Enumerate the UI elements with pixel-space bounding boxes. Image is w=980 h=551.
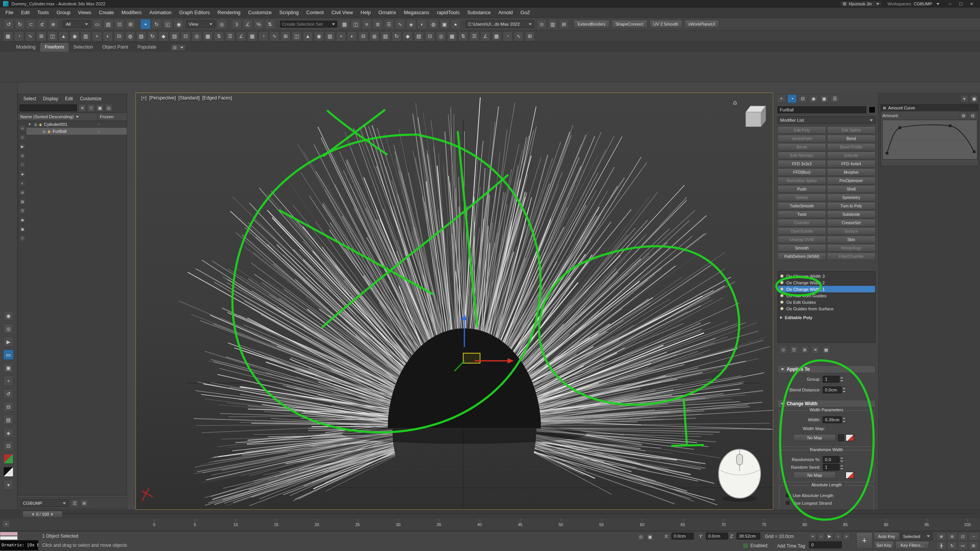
enabled-checkbox[interactable]	[743, 543, 748, 548]
plugin-tool-12-icon[interactable]: ◍	[125, 31, 135, 41]
dock-collapse-icon[interactable]: ▾	[960, 95, 968, 103]
key-selection-dropdown[interactable]: Selected	[900, 532, 933, 540]
ribbon-tab[interactable]: Freeform	[40, 43, 69, 52]
set-key-button[interactable]: Set Key	[874, 541, 894, 549]
randomize-pct-field[interactable]: 0.0	[823, 456, 840, 463]
width-field[interactable]: 0.39cm	[823, 416, 842, 423]
ornatrix-tool-12-icon[interactable]: ■	[3, 454, 13, 464]
plugin-tool-15-icon[interactable]: ◆	[158, 31, 168, 41]
object-name-field[interactable]: FurBall	[777, 106, 866, 113]
visibility-eye-icon[interactable]: ◎	[34, 122, 38, 127]
modifier-button[interactable]: Retopology	[827, 244, 875, 252]
plugin-tool-44-icon[interactable]: ∠	[480, 31, 490, 41]
maxscript-listener-output[interactable]: Ornatrix: [Ox E	[0, 540, 38, 550]
explorer-menu-item[interactable]: Customize	[77, 96, 105, 101]
motion-tab-icon[interactable]: ◉	[809, 95, 818, 103]
ribbon-tab[interactable]: Selection	[69, 43, 97, 52]
named-selection-set-field[interactable]	[280, 21, 337, 28]
project-path-dropdown[interactable]: C:\Users\UI...ds Max 2022	[466, 20, 534, 28]
modifier-button[interactable]: Morpher	[827, 168, 875, 176]
mini-curve-editor-button[interactable]: »	[2, 520, 10, 528]
display-filter-4-icon[interactable]: ⊙	[19, 152, 26, 159]
render-setup-icon[interactable]: ◍	[428, 19, 438, 29]
time-slider-handle[interactable]: 0 / 100	[23, 511, 62, 518]
ornatrix-tool-1-icon[interactable]: ◉	[3, 311, 13, 321]
material-editor-icon[interactable]: ◐	[417, 19, 427, 29]
go-to-end-icon[interactable]: »	[843, 532, 850, 540]
named-selection-set-input[interactable]	[282, 22, 330, 26]
edit-named-selections-icon[interactable]: ▦	[340, 19, 350, 29]
rollout-applies-to[interactable]: Applies To	[777, 365, 875, 373]
ornatrix-tool-5-icon[interactable]: ▣	[3, 363, 13, 373]
filter-combinations-icon[interactable]: ▽	[87, 104, 95, 112]
zoom-extents-icon[interactable]: ⊡	[958, 532, 968, 541]
modifier-button[interactable]: Unwrap UVW	[777, 236, 826, 243]
plugin-tool-24-icon[interactable]: ◔	[258, 31, 268, 41]
minimize-button[interactable]: ─	[945, 0, 956, 7]
viewport-label-segment[interactable]: [Perspective]	[149, 95, 176, 101]
redo-icon[interactable]: ↻	[15, 19, 25, 29]
menu-item[interactable]: Megascans	[400, 8, 433, 18]
modifier-stack-item[interactable]: Ox Guides from Surface	[778, 305, 875, 312]
clear-search-icon[interactable]: ✕	[78, 104, 86, 112]
hierarchy-tab-icon[interactable]: ⊟	[798, 95, 807, 103]
script-button[interactable]: ExtendBorders	[574, 20, 609, 28]
display-tab-icon[interactable]: ▣	[820, 95, 829, 103]
display-filter-11-icon[interactable]: ◉	[19, 217, 26, 223]
zoom-icon[interactable]: ⊕	[936, 532, 946, 541]
modifier-stack-item[interactable]: Ox Change Width 2	[778, 279, 875, 286]
expand-icon[interactable]	[780, 316, 782, 319]
menu-item[interactable]: Views	[74, 8, 95, 18]
modifier-visibility-icon[interactable]	[780, 281, 784, 284]
modifier-button[interactable]: Sweep	[777, 194, 826, 201]
ornatrix-tool-8-icon[interactable]: ⊟	[3, 402, 13, 412]
next-frame-icon[interactable]: ›	[834, 532, 842, 540]
next-frame-arrow-icon[interactable]	[51, 513, 53, 516]
plugin-tool-14-icon[interactable]: ↻	[147, 31, 157, 41]
maximize-viewport-icon[interactable]: ⊞	[969, 541, 978, 550]
snaps-toggle-icon[interactable]: 3	[232, 19, 242, 29]
close-button[interactable]: ✕	[966, 0, 977, 7]
ornatrix-tool-6-icon[interactable]: +	[3, 376, 13, 386]
modifier-button[interactable]: PathDeform (WSM)	[777, 253, 826, 260]
plugin-tool-29-icon[interactable]: ◉	[314, 31, 324, 41]
plugin-tool-1-icon[interactable]: ▦	[3, 31, 13, 41]
modifier-button[interactable]: Turn to Poly	[827, 202, 875, 210]
menu-item[interactable]: Civil View	[328, 8, 357, 18]
amount-curve-graph[interactable]	[882, 120, 977, 160]
plugin-tool-5-icon[interactable]: ◫	[47, 31, 57, 41]
menu-item[interactable]: Rendering	[214, 8, 244, 18]
modifier-stack-item[interactable]: Ox Change Width 3	[778, 273, 875, 279]
pin-stack-icon[interactable]: ⊙	[779, 346, 787, 354]
ornatrix-tool-2-icon[interactable]: ◎	[3, 324, 13, 334]
make-unique-icon[interactable]: ⊞	[800, 346, 809, 354]
scene-node-row[interactable]: ◎ ◉ FurBall ○	[26, 128, 127, 135]
plugin-tool-32-icon[interactable]: ◐	[347, 31, 357, 41]
plugin-tool-27-icon[interactable]: ◫	[292, 31, 302, 41]
time-slider-groove[interactable]	[23, 514, 972, 515]
plugin-tool-35-icon[interactable]: ▧	[381, 31, 390, 41]
use-absolute-length-checkbox[interactable]	[785, 493, 790, 498]
plugin-tool-17-icon[interactable]: ⊡	[181, 31, 191, 41]
object-color-swatch[interactable]	[869, 106, 875, 113]
menu-item[interactable]: Content	[302, 8, 328, 18]
align-icon[interactable]: ≡	[362, 19, 372, 29]
width-map-button[interactable]: No Map	[794, 434, 836, 441]
plugin-tool-18-icon[interactable]: ◎	[192, 31, 202, 41]
random-map-toggle-icon[interactable]	[846, 472, 854, 479]
modifier-button[interactable]: Twist	[777, 210, 826, 218]
modifier-button[interactable]: FFD(Box)	[777, 168, 826, 176]
rollout-change-width[interactable]: Change Width	[777, 400, 875, 408]
plugin-tool-13-icon[interactable]: ▧	[136, 31, 146, 41]
add-time-tag[interactable]: Add Time Tag	[777, 543, 805, 549]
configure-modifier-sets-icon[interactable]: ▦	[822, 346, 830, 354]
spinner-snap-icon[interactable]: ⇅	[265, 19, 275, 29]
group-spinner[interactable]	[840, 376, 844, 382]
plugin-tool-3-icon[interactable]: ∿	[25, 31, 35, 41]
plugin-tool-31-icon[interactable]: +	[336, 31, 346, 41]
create-tab-icon[interactable]: +	[777, 95, 786, 103]
display-filter-5-icon[interactable]: □	[19, 161, 26, 168]
window-crossing-icon[interactable]: ⊞	[126, 19, 136, 29]
bind-to-space-warp-icon[interactable]: ⊕	[48, 19, 58, 29]
plugin-tool-9-icon[interactable]: +	[92, 31, 102, 41]
